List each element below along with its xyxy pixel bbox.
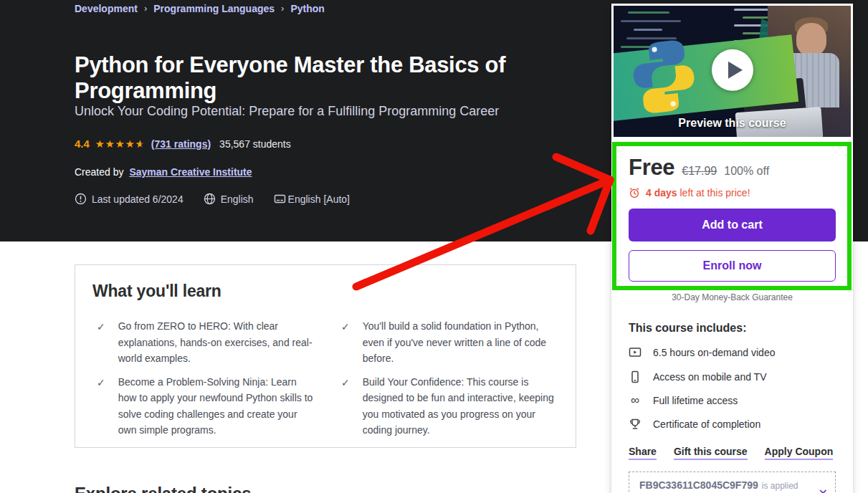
star-rating-icons: ★★★★★★	[95, 138, 146, 150]
check-icon: ✓	[341, 375, 350, 439]
breadcrumb: Development › Programming Languages › Py…	[75, 3, 325, 14]
learn-item-text: Go from ZERO to HERO: With clear explana…	[118, 318, 314, 367]
breadcrumb-link-python[interactable]: Python	[290, 3, 324, 14]
course-captions: English [Auto]	[288, 193, 350, 205]
course-title: Python for Everyone Master the Basics of…	[75, 52, 540, 104]
include-item-label: 6.5 hours on-demand video	[653, 347, 775, 358]
preview-course-label[interactable]: Preview this course	[614, 117, 851, 130]
apply-coupon-link[interactable]: Apply Coupon	[765, 446, 834, 460]
include-item: Access on mobile and TV	[629, 370, 836, 383]
gift-course-link[interactable]: Gift this course	[674, 446, 748, 460]
coupon-applied-text: is applied	[762, 481, 798, 491]
course-includes-section: This course includes: 6.5 hours on-deman…	[611, 302, 853, 431]
play-button[interactable]	[712, 49, 753, 90]
star-icon: ★	[105, 138, 115, 150]
urgency-row: 4 days left at this price!	[629, 187, 836, 198]
star-icon: ★	[125, 138, 135, 150]
what-youll-learn-card: What you'll learn ✓ Go from ZERO to HERO…	[75, 264, 576, 448]
half-star-icon: ★★	[135, 138, 146, 150]
include-item-label: Full lifetime access	[653, 395, 738, 406]
mobile-icon	[629, 370, 642, 383]
applied-coupon-box: FB9C33611C8045C9F799is applied Instructo…	[629, 472, 836, 493]
alarm-clock-icon	[629, 187, 640, 198]
instructor-link[interactable]: Sayman Creative Institute	[129, 166, 252, 178]
ratings-count-link[interactable]: (731 ratings)	[151, 138, 211, 150]
learn-item-text: You'll build a solid foundation in Pytho…	[363, 318, 558, 367]
learn-heading: What you'll learn	[92, 282, 558, 301]
created-by-label: Created by	[75, 166, 123, 178]
learn-item: ✓ Build Your Confidence: This course is …	[337, 374, 558, 439]
check-icon: ✓	[97, 375, 105, 439]
enroll-now-button[interactable]: Enroll now	[629, 250, 836, 282]
ondemand-video-icon	[629, 346, 642, 359]
alert-circle-icon	[75, 193, 87, 205]
python-logo-icon	[621, 34, 707, 119]
price-discount: 100% off	[724, 165, 769, 178]
course-meta-row: Last updated 6/2024 English English [Aut…	[75, 193, 350, 205]
breadcrumb-link-development[interactable]: Development	[75, 3, 138, 14]
price-original: €17.99	[682, 165, 717, 178]
page: Development › Programming Languages › Py…	[0, 0, 868, 493]
closed-caption-icon	[274, 193, 286, 205]
money-back-guarantee: 30-Day Money-Back Guarantee	[629, 292, 836, 302]
add-to-cart-button[interactable]: Add to cart	[629, 209, 836, 241]
include-item: 6.5 hours on-demand video	[629, 346, 836, 359]
remove-coupon-icon[interactable]: ✕	[819, 486, 828, 493]
includes-heading: This course includes:	[629, 322, 836, 335]
check-icon: ✓	[97, 319, 105, 368]
coupon-code: FB9C33611C8045C9F799	[639, 479, 758, 491]
share-link[interactable]: Share	[629, 446, 657, 460]
course-actions-row: Share Gift this course Apply Coupon	[611, 431, 853, 460]
learn-item: ✓ Become a Problem-Solving Ninja: Learn …	[92, 374, 314, 439]
urgency-text: left at this price!	[679, 187, 750, 198]
infinity-icon: ∞	[629, 396, 642, 406]
purchase-sidebar: Preview this course Free €17.99 100% off…	[611, 4, 853, 493]
include-item-label: Access on mobile and TV	[653, 371, 767, 383]
related-topics-heading: Explore related topics	[75, 484, 251, 493]
learn-items-grid: ✓ Go from ZERO to HERO: With clear expla…	[92, 318, 558, 439]
price-section: Free €17.99 100% off 4 days left at this…	[611, 139, 853, 302]
learn-item: ✓ You'll build a solid foundation in Pyt…	[337, 318, 558, 367]
created-by-row: Created by Sayman Creative Institute	[75, 166, 252, 178]
course-preview-video[interactable]: Preview this course	[614, 6, 851, 137]
chevron-right-icon: ›	[144, 3, 147, 14]
rating-value: 4.4	[75, 138, 90, 150]
include-item: Certificate of completion	[629, 418, 836, 431]
last-updated: Last updated 6/2024	[92, 193, 183, 205]
course-subtitle: Unlock Your Coding Potential: Prepare fo…	[75, 102, 562, 120]
learn-item: ✓ Go from ZERO to HERO: With clear expla…	[92, 318, 314, 367]
globe-icon	[204, 193, 216, 205]
price-current: Free	[629, 155, 674, 181]
include-item: ∞ Full lifetime access	[629, 395, 836, 406]
course-language: English	[221, 193, 254, 205]
rating-row: 4.4 ★★★★★★ (731 ratings) 35,567 students	[75, 138, 291, 150]
breadcrumb-link-programming-languages[interactable]: Programming Languages	[153, 3, 275, 14]
include-item-label: Certificate of completion	[653, 418, 760, 430]
learn-item-text: Build Your Confidence: This course is de…	[363, 374, 558, 439]
students-count: 35,567 students	[219, 138, 291, 150]
check-icon: ✓	[341, 319, 350, 368]
urgency-days: 4 days	[646, 187, 677, 198]
learn-item-text: Become a Problem-Solving Ninja: Learn ho…	[118, 374, 314, 439]
star-icon: ★	[115, 138, 125, 150]
chevron-right-icon: ›	[281, 3, 284, 14]
trophy-icon	[629, 418, 642, 431]
star-icon: ★	[95, 138, 105, 150]
